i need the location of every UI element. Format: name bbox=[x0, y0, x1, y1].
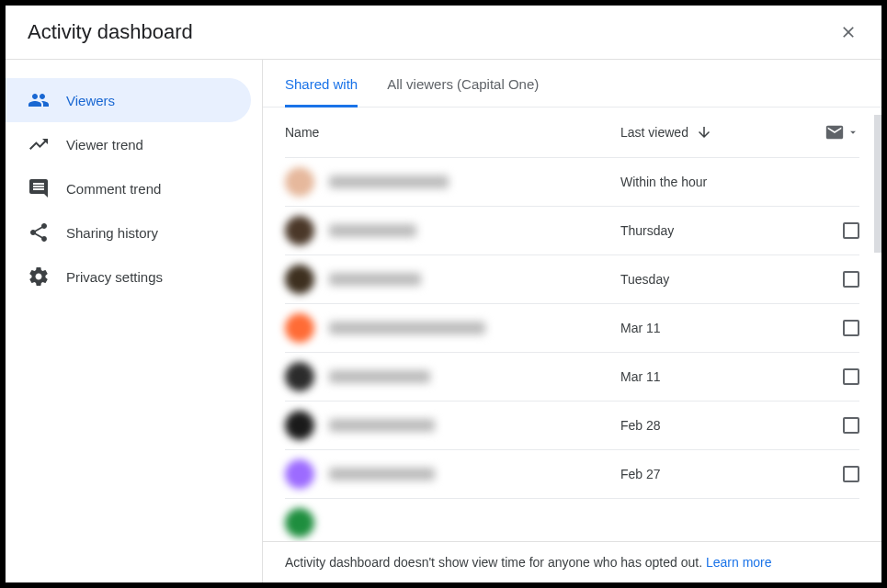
sidebar-item-share[interactable]: Sharing history bbox=[6, 210, 251, 254]
column-header-last-viewed[interactable]: Last viewed bbox=[620, 124, 804, 141]
dialog-body: ViewersViewer trendComment trendSharing … bbox=[6, 60, 881, 582]
sidebar-item-viewers[interactable]: Viewers bbox=[6, 78, 251, 122]
sidebar-item-label: Sharing history bbox=[66, 225, 158, 241]
viewer-name-cell bbox=[285, 411, 620, 440]
avatar bbox=[285, 459, 314, 489]
sidebar-item-label: Privacy settings bbox=[66, 269, 163, 285]
table-row: Mar 11 bbox=[285, 303, 859, 352]
viewer-name-cell bbox=[285, 459, 620, 489]
tab-shared-with[interactable]: Shared with bbox=[285, 60, 358, 107]
select-checkbox[interactable] bbox=[843, 368, 859, 385]
email-icon bbox=[824, 122, 845, 142]
row-action-cell bbox=[804, 466, 859, 482]
sidebar-item-trend[interactable]: Viewer trend bbox=[6, 122, 251, 166]
comment-icon bbox=[28, 177, 50, 199]
row-action-cell bbox=[804, 417, 859, 434]
table-row: Mar 11 bbox=[285, 352, 859, 401]
learn-more-link[interactable]: Learn more bbox=[706, 555, 772, 570]
viewer-name-redacted bbox=[329, 468, 435, 481]
column-header-name[interactable]: Name bbox=[285, 125, 620, 140]
footer-text: Activity dashboard doesn't show view tim… bbox=[285, 555, 706, 570]
table-row: Tuesday bbox=[285, 254, 859, 303]
close-button[interactable] bbox=[837, 21, 859, 43]
avatar bbox=[285, 167, 314, 197]
dropdown-arrow-icon bbox=[847, 126, 859, 139]
sidebar-item-gear[interactable]: Privacy settings bbox=[6, 254, 251, 299]
avatar bbox=[285, 265, 314, 294]
table-row: Feb 27 bbox=[285, 449, 859, 498]
dialog-header: Activity dashboard bbox=[6, 6, 881, 60]
tab-label: All viewers bbox=[387, 76, 453, 92]
sidebar-item-label: Viewer trend bbox=[66, 137, 143, 153]
sort-descending-icon bbox=[696, 124, 712, 141]
viewer-name-redacted bbox=[329, 224, 416, 237]
share-icon bbox=[28, 221, 50, 243]
avatar bbox=[285, 362, 314, 391]
table-row bbox=[285, 498, 859, 541]
main-panel: Shared with All viewers (Capital One) Na… bbox=[263, 60, 881, 582]
viewer-name-redacted bbox=[329, 419, 435, 432]
row-action-cell bbox=[804, 271, 859, 288]
column-header-action bbox=[804, 122, 859, 142]
viewer-name-cell bbox=[285, 313, 620, 343]
select-checkbox[interactable] bbox=[843, 271, 859, 288]
last-viewed-cell: Tuesday bbox=[620, 272, 804, 287]
close-icon bbox=[839, 23, 858, 41]
last-viewed-cell: Mar 11 bbox=[620, 369, 804, 384]
viewers-icon bbox=[28, 89, 50, 111]
table-header-row: Name Last viewed bbox=[285, 107, 859, 157]
tab-all-viewers[interactable]: All viewers (Capital One) bbox=[387, 60, 539, 107]
last-viewed-cell: Feb 28 bbox=[620, 418, 804, 433]
sidebar: ViewersViewer trendComment trendSharing … bbox=[6, 60, 263, 582]
activity-dashboard-dialog: Activity dashboard ViewersViewer trendCo… bbox=[6, 6, 881, 582]
viewer-name-redacted bbox=[329, 322, 485, 334]
viewer-name-redacted bbox=[329, 273, 421, 286]
table-row: Feb 28 bbox=[285, 401, 859, 449]
tabs: Shared with All viewers (Capital One) bbox=[263, 60, 881, 107]
last-viewed-cell: Mar 11 bbox=[620, 321, 804, 335]
avatar bbox=[285, 508, 314, 537]
table-row: Thursday bbox=[285, 206, 859, 254]
select-checkbox[interactable] bbox=[843, 222, 859, 239]
email-dropdown-button[interactable] bbox=[824, 122, 859, 142]
tab-org-label: (Capital One) bbox=[457, 76, 539, 92]
scrollbar-thumb[interactable] bbox=[874, 115, 881, 253]
select-checkbox[interactable] bbox=[843, 320, 859, 336]
row-action-cell bbox=[804, 320, 859, 336]
viewer-name-cell bbox=[285, 167, 620, 197]
select-checkbox[interactable] bbox=[843, 466, 859, 482]
gear-icon bbox=[28, 266, 50, 288]
sidebar-item-label: Comment trend bbox=[66, 181, 161, 197]
row-action-cell bbox=[804, 368, 859, 385]
viewer-name-cell bbox=[285, 362, 620, 391]
sidebar-item-label: Viewers bbox=[66, 93, 115, 108]
viewer-name-cell bbox=[285, 216, 620, 245]
avatar bbox=[285, 313, 314, 343]
viewer-name-cell bbox=[285, 508, 620, 537]
table-row: Within the hour bbox=[285, 157, 859, 206]
viewer-name-redacted bbox=[329, 175, 449, 188]
last-viewed-cell: Within the hour bbox=[620, 175, 804, 189]
select-checkbox[interactable] bbox=[843, 417, 859, 434]
sidebar-item-comment[interactable]: Comment trend bbox=[6, 166, 251, 210]
column-header-last-viewed-label: Last viewed bbox=[620, 125, 688, 140]
viewer-name-redacted bbox=[329, 370, 430, 383]
dialog-title: Activity dashboard bbox=[28, 20, 193, 44]
avatar bbox=[285, 411, 314, 440]
row-action-cell bbox=[804, 222, 859, 239]
trend-icon bbox=[28, 133, 50, 155]
footer: Activity dashboard doesn't show view tim… bbox=[263, 541, 881, 582]
last-viewed-cell: Feb 27 bbox=[620, 467, 804, 481]
last-viewed-cell: Thursday bbox=[620, 223, 804, 238]
viewers-table: Name Last viewed Within the ho bbox=[263, 107, 881, 541]
viewer-name-cell bbox=[285, 265, 620, 294]
tab-label: Shared with bbox=[285, 76, 358, 92]
avatar bbox=[285, 216, 314, 245]
